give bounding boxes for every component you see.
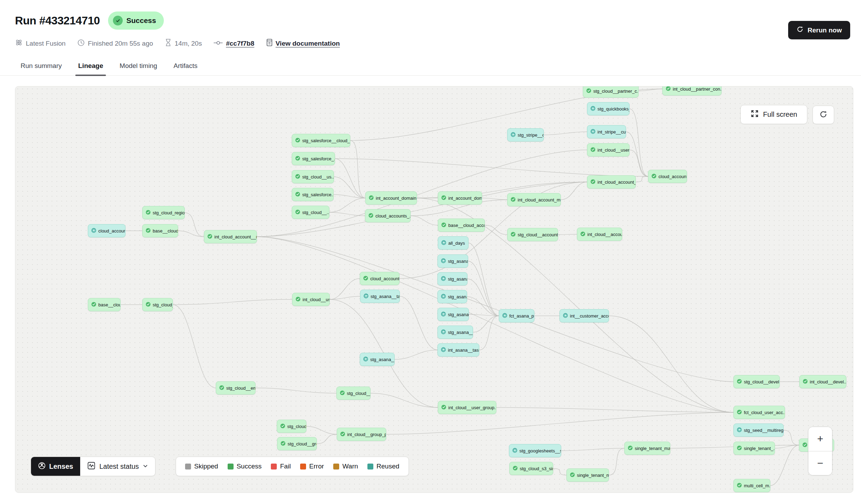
reused-icon — [441, 294, 448, 300]
lineage-node[interactable]: stg_salesforce_... — [292, 152, 335, 165]
node-label: stg_salesforce_... — [302, 156, 335, 161]
document-icon — [266, 39, 273, 48]
lineage-node[interactable]: fct_asana_proj... — [499, 309, 534, 322]
lineage-node[interactable]: int_cloud__user_group... — [438, 401, 496, 414]
refresh-icon — [797, 26, 803, 35]
meta-item-3[interactable]: #cc7f7b8 — [214, 40, 254, 47]
success-check-icon — [590, 147, 597, 153]
lineage-node[interactable]: stg_asana... — [437, 290, 467, 303]
expand-arrows-icon — [750, 109, 759, 120]
lineage-node[interactable]: int_cloud__user_ac... — [587, 143, 630, 156]
lineage-node[interactable]: stg_cloud__accounts... — [507, 228, 558, 241]
lineage-node[interactable]: multi_cell_m... — [733, 479, 770, 492]
lineage-node[interactable]: int_cloud__partner_con... — [662, 86, 722, 96]
lineage-node[interactable]: int_account_dom... — [438, 191, 482, 205]
atom-icon — [15, 39, 23, 48]
lineage-node[interactable]: stg_cloud_s3_singl... — [509, 462, 553, 475]
lineage-node[interactable]: base__cloud_... — [142, 224, 178, 237]
reused-icon — [590, 106, 597, 112]
lineage-node[interactable]: all_days — [438, 236, 468, 250]
lineage-node[interactable]: int_asana__task_s... — [437, 343, 479, 357]
lineage-node[interactable]: stg_seed__multireg... — [733, 423, 784, 437]
lineage-node[interactable]: int_account_domain... — [365, 191, 417, 205]
lineage-node[interactable]: stg_cloud__partner_c... — [583, 86, 639, 98]
tab-artifacts[interactable]: Artifacts — [173, 59, 198, 75]
node-label: stg_cloud_... — [287, 424, 306, 429]
lineage-node[interactable]: fct_cloud_user_acc... — [733, 406, 785, 419]
lineage-node[interactable]: stg_asana_... — [437, 254, 468, 268]
lineage-node[interactable]: int_cloud__accoun... — [577, 228, 622, 241]
lineage-node[interactable]: stg_asana__... — [437, 308, 469, 321]
tab-run-summary[interactable]: Run summary — [20, 59, 62, 75]
node-label: cloud_account... — [658, 174, 687, 179]
lenses-button[interactable]: Lenses — [31, 457, 80, 476]
fullscreen-label: Full screen — [763, 110, 797, 119]
node-label: int_stripe__custo... — [597, 129, 626, 135]
lineage-node[interactable]: cloud_account... — [88, 224, 125, 237]
lineage-node[interactable]: stg_quickbooks__a... — [587, 102, 630, 115]
node-label: stg_cloud__... — [302, 210, 329, 215]
node-label: stg_asana__... — [448, 312, 469, 317]
lineage-node[interactable]: stg_cloud__devel... — [733, 375, 780, 388]
lineage-node[interactable]: stg_cloud__... — [142, 298, 173, 311]
lineage-node[interactable]: stg_stripe__c... — [507, 128, 544, 142]
lineage-node[interactable]: stg_cloud__us... — [292, 170, 334, 183]
lineage-node[interactable]: int__customer_account... — [559, 309, 609, 322]
meta-item-2: 14m, 20s — [165, 39, 202, 48]
node-label: int_account_dom... — [448, 196, 482, 201]
lineage-node[interactable]: stg_cloud__us... — [336, 387, 371, 400]
canvas-refresh-button[interactable] — [813, 106, 834, 124]
lineage-node[interactable]: stg_cloud__group... — [277, 437, 317, 450]
lineage-node[interactable]: int_cloud_account_ma... — [587, 175, 636, 189]
lineage-node[interactable]: int_cloud_account__m... — [204, 230, 257, 243]
lineage-node[interactable]: single_tenant_mapp... — [624, 442, 670, 455]
node-label: int__customer_account... — [570, 313, 609, 319]
lineage-node[interactable]: stg_asana__pr... — [437, 326, 473, 339]
tab-bar: Run summaryLineageModel timingArtifacts — [0, 59, 861, 76]
node-label: stg_quickbooks__a... — [597, 106, 630, 112]
lineage-node[interactable]: stg_asana__tas... — [360, 290, 400, 303]
reused-icon — [441, 312, 448, 318]
zoom-in-button[interactable]: + — [808, 427, 832, 451]
lens-status-dropdown[interactable]: Latest status — [80, 457, 155, 476]
node-label: stg_asana__... — [370, 357, 395, 362]
lineage-node[interactable]: stg_googlesheets__sin... — [509, 444, 561, 457]
tab-lineage[interactable]: Lineage — [77, 59, 104, 75]
lineage-node[interactable]: stg_asana_... — [437, 272, 467, 285]
rerun-now-button[interactable]: Rerun now — [788, 21, 850, 39]
lineage-node[interactable]: single_tenant_map... — [566, 468, 609, 482]
lineage-node[interactable]: base__cloud_acco... — [438, 219, 485, 232]
lineage-node[interactable]: stg_salesforce__cloud_... — [292, 134, 350, 147]
node-label: stg_asana_... — [448, 276, 467, 282]
lineage-node[interactable]: stg_cloud__email... — [216, 381, 256, 395]
lineage-node[interactable]: stg_asana__... — [360, 353, 395, 366]
lineage-node[interactable]: stg_cloud__... — [292, 206, 329, 219]
success-check-icon — [590, 179, 597, 185]
meta-item-4[interactable]: View documentation — [266, 39, 340, 48]
node-label: base__cloud_acco... — [448, 223, 485, 228]
lineage-node[interactable]: stg_cloud_... — [277, 420, 306, 433]
lineage-node[interactable]: int_cloud__us... — [292, 293, 330, 306]
lineage-node[interactable]: base__clou... — [88, 298, 121, 311]
lineage-node[interactable]: int_cloud__devel... — [799, 375, 846, 388]
node-label: stg_salesforce__cloud_... — [302, 138, 350, 143]
lineage-canvas[interactable]: stg_cloud__partner_c...int_cloud__partne… — [15, 86, 853, 493]
lineage-node[interactable]: stg_salesforce... — [292, 188, 334, 201]
lineage-node[interactable]: cloud_account_... — [360, 272, 399, 285]
success-check-icon — [295, 156, 302, 162]
lineage-node[interactable]: int_cloud__group_per... — [337, 428, 386, 441]
legend-label: Warn — [342, 463, 358, 470]
node-label: base__cloud_... — [153, 228, 178, 234]
reused-icon — [441, 276, 448, 282]
lineage-node[interactable]: int_stripe__custo... — [587, 125, 626, 138]
lineage-node[interactable]: stg_cloud_region... — [142, 206, 185, 219]
fullscreen-button[interactable]: Full screen — [740, 105, 807, 124]
lineage-node[interactable]: single_tenant_... — [733, 442, 775, 455]
pulse-chart-icon — [87, 461, 96, 472]
lineage-node[interactable]: cloud_account... — [648, 170, 687, 183]
lineage-node[interactable]: int_cloud_account_ma... — [507, 193, 561, 206]
tab-model-timing[interactable]: Model timing — [119, 59, 158, 75]
legend-swatch — [185, 464, 191, 469]
zoom-out-button[interactable]: − — [808, 451, 832, 475]
lineage-node[interactable]: cloud_accounts_... — [365, 209, 411, 222]
